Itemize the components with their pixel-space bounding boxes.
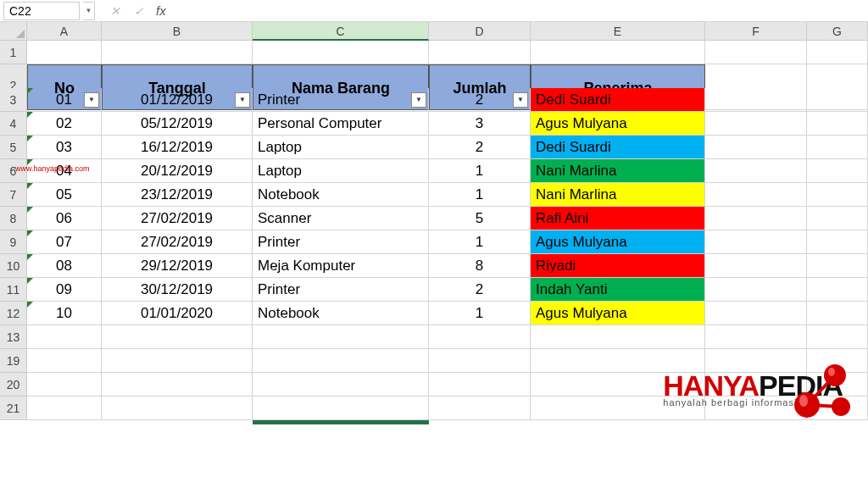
row-header[interactable]: 11 (0, 278, 27, 302)
cell-no[interactable]: 08 (27, 254, 102, 278)
col-header-A[interactable]: A (27, 22, 102, 41)
cell[interactable] (807, 112, 868, 136)
cell[interactable] (27, 349, 102, 373)
cell[interactable] (531, 325, 705, 349)
row-header[interactable]: 9 (0, 230, 27, 254)
cell[interactable] (253, 349, 429, 373)
cell[interactable] (102, 373, 253, 396)
cell-penerima[interactable]: Riyadi (531, 254, 705, 278)
cell-penerima[interactable]: Nani Marlina (531, 183, 705, 207)
cell[interactable] (705, 183, 807, 207)
col-header-B[interactable]: B (102, 22, 253, 41)
cell[interactable] (807, 41, 868, 64)
cell[interactable] (807, 325, 868, 349)
cell-tanggal[interactable]: 20/12/2019 (102, 159, 253, 183)
cell-tanggal[interactable]: 30/12/2019 (102, 278, 253, 302)
cell[interactable] (429, 41, 531, 64)
cell[interactable] (705, 325, 807, 349)
cell-nama[interactable]: Laptop (253, 136, 429, 159)
cell-jumlah[interactable]: 1 (429, 183, 531, 207)
select-all-corner[interactable] (0, 22, 27, 41)
cell-tanggal[interactable]: 27/02/2019 (102, 207, 253, 230)
cell[interactable] (807, 207, 868, 230)
row-header[interactable]: 13 (0, 325, 27, 349)
row-header[interactable]: 1 (0, 41, 27, 64)
cell-no[interactable]: 10 (27, 302, 102, 325)
formula-input[interactable] (173, 2, 868, 20)
cell-penerima[interactable]: Nani Marlina (531, 159, 705, 183)
cell[interactable] (705, 41, 807, 64)
cell[interactable] (429, 325, 531, 349)
cell[interactable] (253, 325, 429, 349)
cell[interactable] (253, 396, 429, 420)
cell-jumlah[interactable]: 3 (429, 112, 531, 136)
cell-nama[interactable]: Notebook (253, 302, 429, 325)
cell[interactable] (705, 278, 807, 302)
cell-no[interactable]: 02 (27, 112, 102, 136)
cell[interactable] (807, 88, 868, 112)
cell-nama[interactable]: Printer (253, 88, 429, 112)
col-header-C[interactable]: C (253, 22, 429, 41)
row-header[interactable]: 3 (0, 88, 27, 112)
cell-no[interactable]: 05 (27, 183, 102, 207)
cell-tanggal[interactable]: 16/12/2019 (102, 136, 253, 159)
cell-nama[interactable]: Printer (253, 278, 429, 302)
cell-penerima[interactable]: Indah Yanti (531, 278, 705, 302)
cell[interactable] (429, 373, 531, 396)
cell-nama[interactable]: Meja Komputer (253, 254, 429, 278)
cell-nama[interactable]: Personal Computer (253, 112, 429, 136)
row-header[interactable]: 7 (0, 183, 27, 207)
cell-penerima[interactable]: Agus Mulyana (531, 302, 705, 325)
cell-tanggal[interactable]: 23/12/2019 (102, 183, 253, 207)
fx-icon[interactable]: fx (156, 3, 166, 18)
cell[interactable] (102, 396, 253, 420)
cell-nama[interactable]: Scanner (253, 207, 429, 230)
cell-nama[interactable]: Printer (253, 230, 429, 254)
cell-no[interactable]: 06 (27, 207, 102, 230)
cell[interactable] (807, 278, 868, 302)
cell[interactable] (705, 230, 807, 254)
row-header[interactable]: 5 (0, 136, 27, 159)
cell-jumlah[interactable]: 1 (429, 159, 531, 183)
cell[interactable] (27, 325, 102, 349)
cell[interactable] (807, 230, 868, 254)
cell-tanggal[interactable]: 01/01/2020 (102, 302, 253, 325)
cell-tanggal[interactable]: 27/02/2019 (102, 230, 253, 254)
cell-jumlah[interactable]: 1 (429, 230, 531, 254)
cell-penerima[interactable]: Agus Mulyana (531, 230, 705, 254)
cell[interactable] (102, 41, 253, 64)
cell-jumlah[interactable]: 5 (429, 207, 531, 230)
cell-penerima[interactable]: Rafi Aini (531, 207, 705, 230)
cell[interactable] (807, 136, 868, 159)
cell-no[interactable]: 07 (27, 230, 102, 254)
cell-penerima[interactable]: Agus Mulyana (531, 112, 705, 136)
row-header[interactable]: 8 (0, 207, 27, 230)
row-header[interactable]: 4 (0, 112, 27, 136)
cell-nama[interactable]: Laptop (253, 159, 429, 183)
cell[interactable] (705, 112, 807, 136)
cell-tanggal[interactable]: 29/12/2019 (102, 254, 253, 278)
row-header[interactable]: 21 (0, 396, 27, 420)
col-header-G[interactable]: G (807, 22, 868, 41)
row-header[interactable]: 20 (0, 373, 27, 396)
name-box-dropdown-icon[interactable]: ▼ (83, 2, 95, 20)
name-box[interactable]: C22 (3, 2, 80, 20)
cell-jumlah[interactable]: 2 (429, 136, 531, 159)
cell[interactable] (705, 159, 807, 183)
cell-nama[interactable]: Notebook (253, 183, 429, 207)
cell[interactable] (705, 88, 807, 112)
cell[interactable] (253, 373, 429, 396)
cell-penerima[interactable]: Dedi Suardi (531, 88, 705, 112)
cell-jumlah[interactable]: 8 (429, 254, 531, 278)
row-header[interactable]: 19 (0, 349, 27, 373)
cell[interactable] (27, 396, 102, 420)
cell[interactable] (102, 349, 253, 373)
cell[interactable] (705, 302, 807, 325)
row-header[interactable]: 12 (0, 302, 27, 325)
cell[interactable] (253, 41, 429, 64)
cell[interactable] (102, 325, 253, 349)
cell[interactable] (807, 254, 868, 278)
cell-no[interactable]: 01 (27, 88, 102, 112)
cell-tanggal[interactable]: 01/12/2019 (102, 88, 253, 112)
col-header-E[interactable]: E (531, 22, 705, 41)
